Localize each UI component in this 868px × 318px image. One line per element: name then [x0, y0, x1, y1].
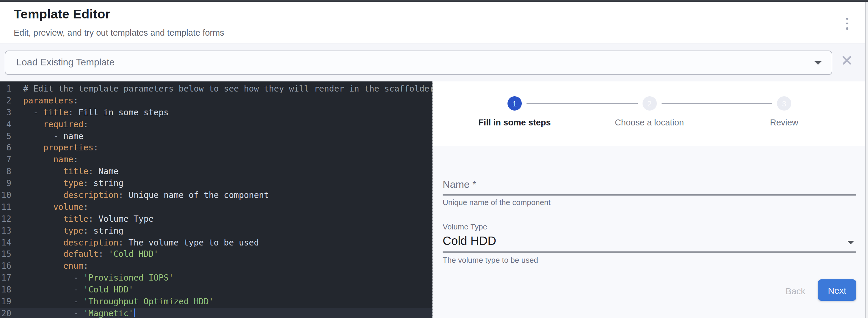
window-top-edge — [0, 0, 868, 1]
code-line: 4 required: — [0, 118, 432, 131]
code-line: 14 description: The volume type to be us… — [0, 237, 432, 249]
line-number: 5 — [0, 131, 11, 142]
volume-type-helper: The volume type to be used — [443, 255, 856, 264]
line-number: 11 — [0, 202, 11, 213]
name-input[interactable]: Name * — [443, 179, 856, 196]
line-number: 6 — [0, 142, 11, 154]
volume-type-select[interactable]: Cold HDD — [443, 234, 856, 251]
next-button[interactable]: Next — [818, 279, 856, 301]
clear-template-button[interactable] — [842, 55, 852, 65]
back-button[interactable]: Back — [778, 284, 813, 298]
line-number: 9 — [0, 178, 11, 189]
code-line: 17 - 'Provisioned IOPS' — [0, 273, 432, 284]
name-field-underline — [443, 195, 856, 195]
line-number: 10 — [0, 189, 11, 202]
step-2-label: Choose a location — [578, 118, 721, 127]
page-subtitle: Edit, preview, and try out templates and… — [14, 28, 224, 37]
text-cursor — [134, 309, 135, 317]
code-line: 5 - name — [0, 131, 432, 142]
stepper-section — [433, 81, 865, 146]
step-number: 2 — [647, 99, 651, 108]
volume-type-label: Volume Type — [443, 222, 856, 231]
volume-type-value: Cold HDD — [443, 234, 496, 247]
code-line: 10 description: Unique name of the compo… — [0, 189, 432, 202]
step-connector — [661, 103, 772, 104]
line-number: 1 — [0, 83, 11, 95]
load-template-placeholder: Load Existing Template — [17, 57, 115, 68]
code-line: 8 title: Name — [0, 166, 432, 178]
step-connector — [527, 103, 638, 104]
chevron-down-icon — [847, 241, 854, 244]
code-line: 20 - 'Magnetic' — [0, 308, 432, 318]
more-options-button[interactable] — [843, 17, 851, 30]
line-number: 14 — [0, 237, 11, 249]
volume-type-underline — [443, 251, 856, 252]
line-number: 3 — [0, 107, 11, 119]
line-number: 17 — [0, 273, 11, 284]
step-3-label: Review — [713, 118, 856, 127]
step-number: 1 — [513, 99, 517, 108]
line-number: 7 — [0, 154, 11, 166]
kebab-dot — [846, 22, 848, 24]
code-line: 1# Edit the template parameters below to… — [0, 83, 432, 95]
step-3-indicator: 3 — [777, 96, 791, 111]
line-number: 12 — [0, 213, 11, 225]
page-scrollbar[interactable] — [865, 1, 868, 318]
line-number: 2 — [0, 95, 11, 107]
line-number: 15 — [0, 249, 11, 261]
code-line: 2parameters: — [0, 95, 432, 107]
line-number: 4 — [0, 118, 11, 131]
code-line: 3 - title: Fill in some steps — [0, 107, 432, 119]
page-header: Template Editor Edit, preview, and try o… — [0, 1, 865, 42]
line-number: 19 — [0, 296, 11, 308]
page-title: Template Editor — [14, 7, 111, 22]
name-field-label: Name * — [443, 179, 476, 190]
step-number: 3 — [782, 99, 786, 108]
template-editor-page: Template Editor Edit, preview, and try o… — [0, 0, 868, 318]
template-preview-panel: 1 2 3 Fill in some steps Choose a locati… — [433, 81, 865, 318]
code-line: 9 type: string — [0, 178, 432, 189]
step-1-label: Fill in some steps — [443, 118, 586, 127]
line-number: 13 — [0, 225, 11, 237]
code-line: 13 type: string — [0, 225, 432, 237]
name-field-helper: Unique name of the component — [443, 198, 856, 207]
kebab-dot — [846, 27, 848, 29]
code-line: 12 title: Volume Type — [0, 213, 432, 225]
code-line: 11 volume: — [0, 202, 432, 213]
code-line: 6 properties: — [0, 142, 432, 154]
line-number: 16 — [0, 261, 11, 273]
code-line: 15 default: 'Cold HDD' — [0, 249, 432, 261]
code-line: 16 enum: — [0, 261, 432, 273]
line-number: 18 — [0, 284, 11, 296]
load-template-select[interactable]: Load Existing Template — [4, 50, 832, 75]
chevron-down-icon — [814, 61, 821, 65]
yaml-code-editor[interactable]: 1# Edit the template parameters below to… — [0, 81, 433, 318]
kebab-dot — [846, 17, 848, 20]
step-2-indicator: 2 — [642, 96, 656, 111]
step-1-indicator: 1 — [507, 96, 522, 111]
line-number: 8 — [0, 166, 11, 178]
template-loader-bar: Load Existing Template — [0, 43, 865, 81]
code-line: 7 name: — [0, 154, 432, 166]
code-line: 19 - 'Throughput Optimized HDD' — [0, 296, 432, 308]
line-number: 20 — [0, 308, 11, 318]
code-line: 18 - 'Cold HDD' — [0, 284, 432, 296]
